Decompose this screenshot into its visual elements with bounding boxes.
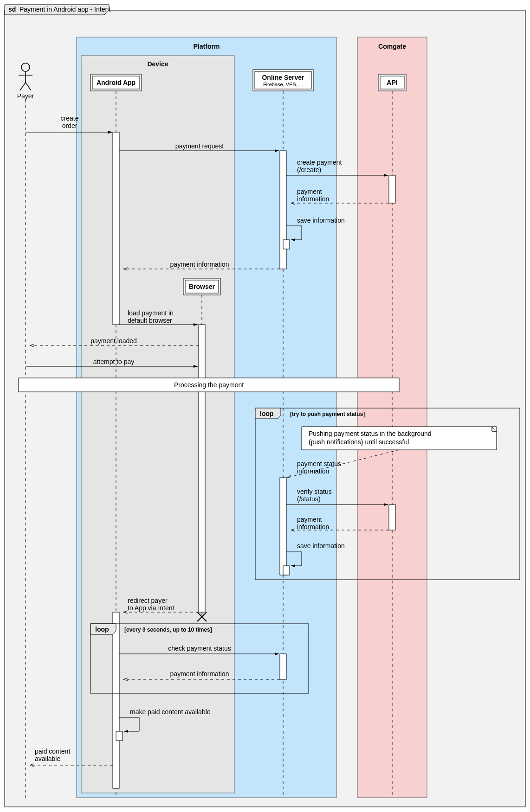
msg-paid-content-1: paid content bbox=[35, 748, 70, 755]
msg-save-info: save information bbox=[297, 217, 345, 224]
msg-create-payment-2: (/create) bbox=[297, 166, 321, 173]
msg-create-order-1: create bbox=[61, 115, 79, 122]
msg-create-order-2: order bbox=[62, 122, 78, 129]
note-text-2: (push notifications) until successful bbox=[309, 438, 409, 446]
msg-status-info-2: information bbox=[297, 467, 329, 475]
msg-payment-info-5: information bbox=[297, 523, 329, 531]
title-prefix: sd bbox=[8, 6, 16, 13]
comgate-label: Comgate bbox=[378, 43, 406, 50]
server-activation-3 bbox=[280, 654, 286, 679]
server-sub-activation-2 bbox=[283, 566, 290, 575]
msg-payment-info-4: payment bbox=[297, 516, 322, 523]
device-label: Device bbox=[147, 60, 168, 68]
msg-make-paid: make paid content available bbox=[130, 708, 211, 716]
server-activation-1 bbox=[280, 151, 286, 269]
msg-load-payment-2: default browser bbox=[128, 317, 172, 324]
api-activation-2 bbox=[389, 505, 395, 530]
sequence-diagram: sd Payment in Android app - Intent Platf… bbox=[0, 0, 530, 812]
loop2-condition: [every 3 seconds, up to 10 times] bbox=[124, 627, 212, 633]
android-app-label: Android App bbox=[97, 79, 136, 86]
msg-verify-2: (/status) bbox=[297, 495, 321, 503]
msg-payment-info-2: information bbox=[297, 195, 329, 203]
msg-check-status: check payment status bbox=[168, 645, 231, 652]
platform-label: Platform bbox=[194, 43, 220, 50]
payer-label: Payer bbox=[17, 92, 34, 100]
online-server-label: Online Server bbox=[262, 74, 304, 81]
device-box bbox=[81, 56, 234, 793]
msg-processing: Processing the payment bbox=[174, 381, 244, 389]
msg-load-payment-1: load payment in bbox=[128, 309, 174, 317]
android-sub-activation bbox=[116, 731, 123, 741]
browser-activation bbox=[199, 325, 205, 612]
msg-payment-info-6: payment information bbox=[170, 670, 229, 678]
browser-label: Browser bbox=[189, 283, 215, 290]
msg-payment-loaded: payment loaded bbox=[90, 337, 137, 345]
loop2-label: loop bbox=[95, 626, 109, 633]
title-text: Payment in Android app - Intent bbox=[19, 6, 110, 13]
msg-save-info-2: save information bbox=[297, 542, 345, 550]
note-text-1: Pushing payment status in the background bbox=[309, 430, 432, 437]
msg-attempt-pay: attempt to pay bbox=[93, 358, 135, 365]
online-server-sub: Firebase, VPS, ... bbox=[263, 82, 303, 87]
msg-payment-request: payment request bbox=[175, 142, 224, 150]
api-label: API bbox=[387, 79, 397, 86]
msg-payment-info-1: payment bbox=[297, 188, 322, 195]
loop1-label: loop bbox=[260, 410, 274, 417]
android-activation-1 bbox=[113, 132, 119, 325]
android-activation-2 bbox=[113, 612, 119, 788]
server-activation-2 bbox=[280, 478, 286, 575]
msg-redirect-2: to App via Intent bbox=[128, 604, 175, 612]
api-activation-1 bbox=[389, 175, 395, 203]
loop1-condition: [try to push payment status] bbox=[290, 411, 365, 417]
msg-status-info-1: payment status bbox=[297, 460, 341, 467]
msg-redirect-1: redirect payer bbox=[128, 597, 168, 604]
msg-create-payment-1: create payment bbox=[297, 159, 342, 166]
msg-verify-1: verify status bbox=[297, 488, 332, 495]
msg-paid-content-2: available bbox=[35, 755, 60, 762]
diagram-svg: sd Payment in Android app - Intent Platf… bbox=[0, 0, 530, 812]
server-sub-activation-1 bbox=[283, 240, 290, 249]
msg-payment-info-3: payment information bbox=[170, 261, 229, 268]
